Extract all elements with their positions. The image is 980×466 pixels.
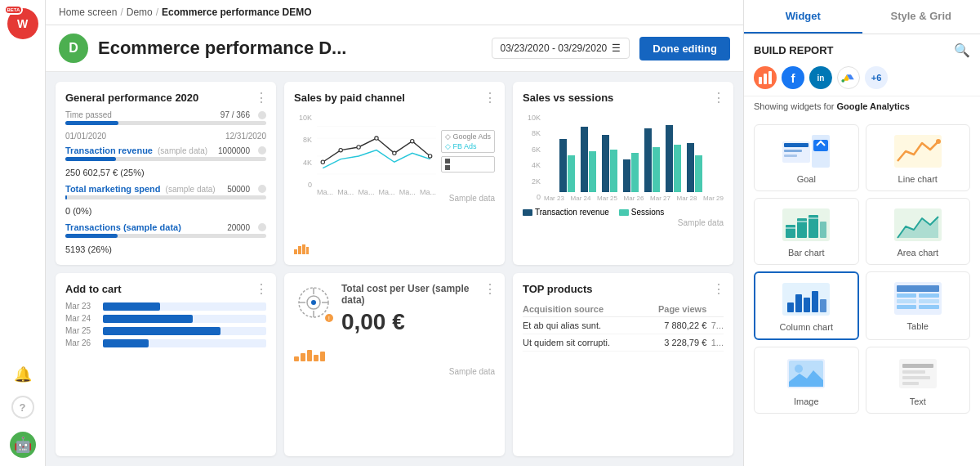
svg-rect-72 bbox=[897, 299, 916, 303]
svg-rect-75 bbox=[919, 305, 939, 309]
svg-rect-67 bbox=[820, 299, 826, 312]
svg-rect-22 bbox=[631, 153, 639, 192]
page-header: D Ecommerce performance D... 03/23/2020 … bbox=[46, 25, 743, 72]
widget-image[interactable]: Image bbox=[754, 347, 859, 414]
search-icon[interactable]: 🔍 bbox=[954, 43, 970, 58]
breadcrumb-home[interactable]: Home screen bbox=[59, 7, 117, 18]
logo-badge[interactable]: BETA W bbox=[7, 8, 38, 39]
svg-point-6 bbox=[357, 146, 360, 149]
svg-point-5 bbox=[339, 148, 342, 151]
time-passed-value: 97 / 366 bbox=[220, 110, 250, 119]
widget-table[interactable]: Table bbox=[866, 271, 971, 340]
transactions-value: 5193 (26%) bbox=[65, 244, 266, 254]
widget-bar-chart[interactable]: Bar chart bbox=[754, 198, 859, 265]
total-cost-menu[interactable]: ⋮ bbox=[483, 281, 497, 297]
topbar: Home screen / Demo / Ecommerce performan… bbox=[46, 0, 743, 25]
product-extra-1: 7... bbox=[706, 317, 724, 334]
svg-rect-17 bbox=[581, 127, 588, 192]
right-panel: Widget Style & Grid BUILD REPORT 🔍 f in … bbox=[743, 0, 980, 466]
widget-area-chart[interactable]: Area chart bbox=[866, 198, 971, 265]
widget-line-label: Line chart bbox=[898, 174, 938, 184]
svg-rect-51 bbox=[894, 135, 942, 168]
svg-rect-12 bbox=[298, 246, 301, 254]
transaction-revenue-sub: (sample data) bbox=[158, 146, 207, 155]
breadcrumb-current: Ecommerce performance DEMO bbox=[162, 7, 311, 18]
svg-rect-47 bbox=[784, 150, 802, 152]
add-to-cart-menu[interactable]: ⋮ bbox=[255, 281, 268, 297]
svg-point-10 bbox=[428, 155, 431, 158]
panel-tabs: Widget Style & Grid bbox=[744, 0, 980, 34]
total-cost-value: 0,00 € bbox=[341, 309, 495, 335]
svg-rect-16 bbox=[568, 155, 575, 192]
total-cost-card: ⋮ ! Total cost per Use bbox=[284, 273, 505, 456]
sales-paid-title: Sales by paid channel bbox=[294, 92, 495, 104]
sales-paid-menu[interactable]: ⋮ bbox=[483, 90, 497, 105]
svg-rect-11 bbox=[294, 249, 297, 254]
svg-rect-70 bbox=[897, 293, 916, 298]
sales-paid-chart bbox=[317, 110, 436, 184]
transactions-label: Transactions (sample data) bbox=[65, 222, 181, 232]
top-products-menu[interactable]: ⋮ bbox=[712, 281, 725, 297]
widget-goal-label: Goal bbox=[797, 174, 816, 184]
svg-rect-28 bbox=[695, 155, 702, 192]
date-range-picker[interactable]: 03/23/2020 - 03/29/2020 ☰ bbox=[492, 38, 630, 59]
total-marketing-target: 50000 bbox=[220, 185, 250, 194]
widget-sources: f in +6 bbox=[744, 66, 980, 96]
svg-point-7 bbox=[375, 137, 378, 140]
svg-rect-40 bbox=[320, 352, 325, 361]
sales-vs-sessions-card: Sales vs sessions ⋮ 10K 8K 6K 4K 2K 0 bbox=[513, 82, 733, 265]
table-row: Et ab qui alias sunt. 7 880,22 € 7... bbox=[523, 317, 724, 334]
top-products-card: TOP products ⋮ Acquisition source Page v… bbox=[513, 273, 733, 456]
robot-avatar[interactable]: 🤖 bbox=[10, 432, 36, 458]
transactions-bar bbox=[65, 234, 118, 238]
time-passed-bar bbox=[65, 121, 118, 125]
source-google-ads[interactable] bbox=[837, 66, 860, 89]
done-editing-button[interactable]: Done editing bbox=[639, 37, 730, 60]
total-cost-mini-chart bbox=[294, 342, 495, 364]
svg-point-52 bbox=[936, 139, 941, 144]
notification-icon[interactable]: 🔔 bbox=[8, 360, 38, 389]
sales-vs-sessions-menu[interactable]: ⋮ bbox=[712, 90, 725, 105]
total-cost-sample: Sample data bbox=[294, 367, 495, 376]
tab-style-grid[interactable]: Style & Grid bbox=[862, 0, 981, 34]
source-facebook[interactable]: f bbox=[782, 66, 804, 89]
general-performance-menu[interactable]: ⋮ bbox=[255, 90, 268, 105]
svg-rect-37 bbox=[301, 353, 305, 361]
svg-rect-46 bbox=[784, 143, 808, 147]
breadcrumb-demo[interactable]: Demo bbox=[127, 7, 153, 18]
widget-column-chart[interactable]: Column chart bbox=[754, 271, 859, 340]
svg-rect-63 bbox=[787, 302, 794, 312]
svg-rect-38 bbox=[307, 350, 312, 361]
svg-rect-48 bbox=[784, 155, 797, 157]
svg-rect-21 bbox=[623, 159, 630, 192]
svg-point-4 bbox=[321, 160, 324, 164]
svg-rect-36 bbox=[294, 356, 299, 361]
legend-sessions: Sessions bbox=[619, 208, 665, 217]
total-marketing-sub: (sample data) bbox=[166, 185, 216, 194]
svg-rect-80 bbox=[902, 364, 933, 368]
help-icon[interactable]: ? bbox=[11, 396, 34, 419]
widget-text[interactable]: Text bbox=[866, 347, 971, 414]
product-extra-2: 1... bbox=[706, 334, 724, 352]
total-marketing-value: 0 (0%) bbox=[65, 206, 266, 216]
top-products-table: Acquisition source Page views Et ab qui … bbox=[523, 302, 724, 352]
svs-sample: Sample data bbox=[523, 218, 724, 227]
widget-area-label: Area chart bbox=[897, 248, 938, 258]
source-analytics[interactable] bbox=[754, 66, 777, 89]
svg-rect-43 bbox=[768, 71, 772, 84]
product-views-1: 7 880,22 € bbox=[641, 317, 706, 334]
tab-widget[interactable]: Widget bbox=[744, 0, 862, 34]
widget-line-chart[interactable]: Line chart bbox=[866, 124, 971, 191]
product-source-2: Ut quidem sit corrupti. bbox=[523, 334, 641, 352]
widget-goal[interactable]: Goal bbox=[754, 124, 859, 191]
showing-label: Showing widgets for Google Analytics bbox=[744, 96, 980, 118]
col-page-views: Page views bbox=[641, 302, 706, 317]
sales-vs-sessions-title: Sales vs sessions bbox=[523, 92, 724, 104]
source-linkedin[interactable]: in bbox=[809, 66, 832, 89]
svg-rect-74 bbox=[897, 305, 916, 309]
source-more[interactable]: +6 bbox=[865, 66, 888, 89]
atc-row-4: Mar 26 bbox=[65, 338, 266, 347]
eye-icon: ! bbox=[294, 283, 333, 322]
svg-rect-73 bbox=[919, 299, 939, 303]
dashboard-grid: General performance 2020 ⋮ Time passed 9… bbox=[46, 72, 743, 466]
